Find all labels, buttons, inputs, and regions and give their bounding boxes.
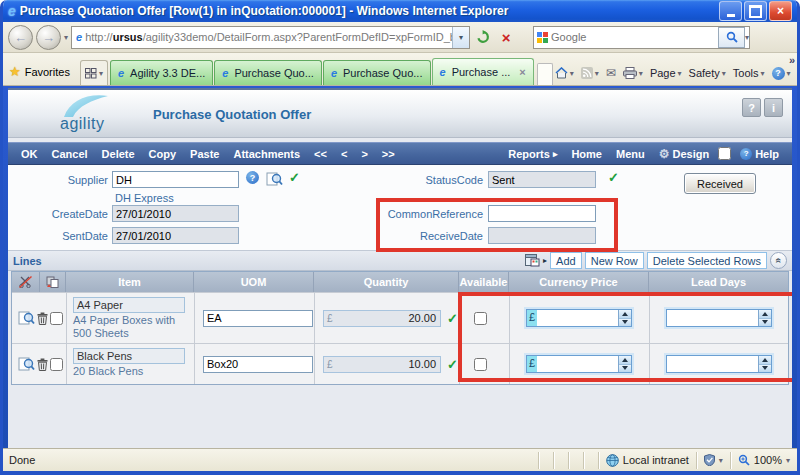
back-button[interactable]: ← bbox=[8, 25, 33, 50]
menu-item[interactable]: Menu bbox=[609, 148, 652, 160]
print-button[interactable]: ▾ bbox=[623, 67, 643, 79]
protected-mode-control[interactable]: ▾ bbox=[696, 452, 730, 469]
column-header-lead-days[interactable]: Lead Days bbox=[649, 272, 788, 292]
minimize-button[interactable] bbox=[719, 1, 742, 21]
close-button[interactable]: × bbox=[769, 1, 792, 21]
chevron-down-icon: ▾ bbox=[787, 69, 791, 78]
item-field[interactable] bbox=[73, 348, 185, 364]
lead-days-input[interactable] bbox=[666, 355, 772, 373]
common-reference-input[interactable] bbox=[488, 205, 596, 222]
supplier-input[interactable] bbox=[112, 171, 239, 188]
delete-selected-rows-button[interactable]: Delete Selected Rows bbox=[647, 252, 767, 269]
uom-field[interactable] bbox=[203, 310, 313, 327]
reports-menu[interactable]: Reports▸ bbox=[501, 148, 564, 160]
read-mail-button[interactable]: ✉ bbox=[606, 66, 616, 80]
spinner-icon[interactable] bbox=[758, 356, 771, 372]
delete-button[interactable]: Delete bbox=[95, 148, 142, 160]
field-help-icon[interactable]: ? bbox=[246, 171, 259, 184]
submenu-arrow-icon[interactable]: ▸ bbox=[543, 256, 547, 265]
home-menu-item[interactable]: Home bbox=[564, 148, 609, 160]
valid-check-icon: ✓ bbox=[447, 311, 458, 326]
search-input[interactable] bbox=[548, 31, 718, 43]
delete-row-icon[interactable] bbox=[37, 358, 48, 371]
agility-logo: agility bbox=[60, 92, 126, 133]
search-button[interactable] bbox=[718, 27, 745, 48]
collapse-section-icon[interactable]: « bbox=[770, 252, 787, 269]
spinner-icon[interactable] bbox=[758, 310, 771, 326]
tab-purchase-quotation-1[interactable]: ePurchase Quo... bbox=[214, 60, 322, 85]
tab-purchase-active[interactable]: ePurchase ...× bbox=[432, 58, 534, 85]
new-row-button[interactable]: New Row bbox=[585, 252, 644, 269]
refresh-button[interactable] bbox=[473, 27, 493, 47]
design-toggle[interactable]: ⚙Design bbox=[652, 147, 716, 161]
recent-pages-dropdown-icon[interactable]: ▾ bbox=[64, 33, 68, 42]
received-button[interactable]: Received bbox=[684, 173, 756, 194]
add-rows-icon[interactable] bbox=[525, 254, 540, 267]
uom-field[interactable] bbox=[203, 356, 313, 373]
copy-button[interactable]: Copy bbox=[142, 148, 184, 160]
nav-next-button[interactable]: > bbox=[354, 148, 374, 160]
spinner-icon[interactable] bbox=[618, 356, 631, 372]
favorites-star-icon: ★ bbox=[9, 64, 21, 79]
available-checkbox[interactable] bbox=[474, 358, 487, 371]
zoom-row-icon[interactable] bbox=[18, 357, 35, 371]
address-dropdown-icon[interactable]: ▾ bbox=[452, 27, 469, 48]
paste-button[interactable]: Paste bbox=[183, 148, 226, 160]
row-select-checkbox[interactable] bbox=[50, 358, 63, 371]
tab-label: Purchase Quo... bbox=[343, 67, 423, 79]
column-header-currency-price[interactable]: Currency Price bbox=[509, 272, 649, 292]
stop-button[interactable]: × bbox=[496, 27, 516, 47]
home-button[interactable]: ▾ bbox=[555, 67, 574, 79]
header-help-button[interactable]: ? bbox=[742, 98, 761, 117]
ok-button[interactable]: OK bbox=[14, 148, 45, 160]
help-menu-item[interactable]: ?Help bbox=[733, 148, 786, 160]
tab-purchase-quotation-2[interactable]: ePurchase Quo... bbox=[323, 60, 431, 85]
address-input[interactable]: e http://ursus/agility33demo/DetailForm.… bbox=[71, 26, 470, 49]
title-bar[interactable]: e Purchase Quotation Offer [Row(1) in in… bbox=[3, 0, 797, 22]
search-options-dropdown-icon[interactable]: ▾ bbox=[745, 33, 749, 42]
cancel-button[interactable]: Cancel bbox=[45, 148, 95, 160]
delete-row-icon[interactable] bbox=[37, 312, 48, 325]
quick-tabs-button[interactable]: ▾ bbox=[80, 60, 108, 85]
maximize-button[interactable] bbox=[744, 1, 767, 21]
toolbar-overflow-icon[interactable]: » bbox=[789, 54, 795, 66]
currency-price-input[interactable]: £ bbox=[526, 355, 632, 373]
available-checkbox[interactable] bbox=[474, 312, 487, 325]
zoom-row-icon[interactable] bbox=[18, 311, 35, 325]
status-text: Done bbox=[9, 454, 35, 466]
ie-page-icon: e bbox=[76, 31, 82, 43]
address-bar: ← → ▾ e http://ursus/agility33demo/Detai… bbox=[3, 22, 797, 53]
safety-menu[interactable]: Safety▾ bbox=[689, 67, 726, 79]
header-info-button[interactable]: i bbox=[764, 98, 783, 117]
spinner-icon[interactable] bbox=[618, 310, 631, 326]
supplier-lookup-icon[interactable] bbox=[266, 172, 283, 186]
lead-days-input[interactable] bbox=[666, 309, 772, 327]
column-header-uom[interactable]: UOM bbox=[194, 272, 314, 292]
nav-prev-button[interactable]: < bbox=[334, 148, 354, 160]
attachments-button[interactable]: Attachments bbox=[226, 148, 307, 160]
column-header-item[interactable]: Item bbox=[66, 272, 194, 292]
help-menu[interactable]: ?▾ bbox=[772, 67, 791, 80]
favorites-button[interactable]: ★ Favorites bbox=[7, 64, 78, 85]
column-header-available[interactable]: Available bbox=[459, 272, 509, 292]
currency-price-input[interactable]: £ bbox=[526, 309, 632, 327]
page-filler bbox=[8, 385, 792, 448]
security-zone: Local intranet bbox=[598, 452, 696, 469]
row-select-checkbox[interactable] bbox=[50, 312, 63, 325]
tab-close-icon[interactable]: × bbox=[519, 66, 525, 78]
new-tab-stub[interactable] bbox=[537, 63, 553, 85]
tools-menu[interactable]: Tools▾ bbox=[733, 67, 765, 79]
forward-button[interactable]: → bbox=[36, 25, 61, 50]
url-text: http://ursus/agility33demo/DetailForm.as… bbox=[85, 31, 452, 43]
supplier-label: Supplier bbox=[8, 174, 108, 186]
design-checkbox[interactable] bbox=[718, 147, 731, 160]
column-header-quantity[interactable]: Quantity bbox=[314, 272, 459, 292]
item-field[interactable] bbox=[73, 297, 185, 313]
tab-agility-home[interactable]: eAgility 3.3 DE... bbox=[110, 60, 213, 85]
nav-first-button[interactable]: << bbox=[307, 148, 334, 160]
add-button[interactable]: Add bbox=[550, 252, 582, 269]
feeds-button[interactable]: ▾ bbox=[581, 67, 599, 79]
page-menu[interactable]: Page▾ bbox=[650, 67, 682, 79]
zoom-control[interactable]: 100% ▾ bbox=[730, 452, 797, 469]
nav-last-button[interactable]: >> bbox=[375, 148, 402, 160]
